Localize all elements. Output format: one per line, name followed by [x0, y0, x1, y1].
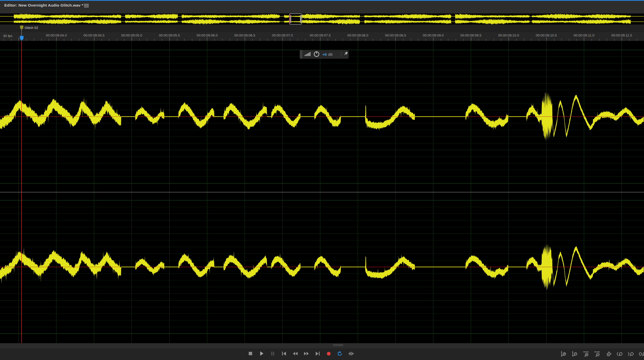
hud-gain-unit: dB — [328, 52, 333, 57]
loop-playback-button[interactable] — [336, 350, 343, 357]
ruler-tick — [426, 39, 426, 41]
panel-bottom-strip — [0, 343, 644, 349]
ruler-timecode-label: 00:00:09:07.5 — [310, 33, 331, 37]
waveform-display[interactable] — [0, 41, 644, 343]
zoom-to-selection-button[interactable] — [638, 350, 644, 357]
ruler-timecode-label: 00:00:09:06.0 — [197, 33, 218, 37]
ruler-tick — [169, 37, 170, 41]
overview-navigator-strip[interactable] — [0, 13, 644, 25]
ruler-tick — [275, 39, 275, 41]
ruler-tick — [343, 39, 343, 41]
volume-hud: +0 dB — [300, 50, 349, 59]
ruler-tick — [599, 39, 599, 41]
ruler-tick — [494, 39, 494, 41]
fps-label: 30 fps — [3, 34, 12, 38]
zoom-in-time-button[interactable] — [582, 350, 589, 357]
ruler-tick — [328, 39, 328, 41]
ruler-tick — [245, 37, 245, 41]
knob-icon[interactable] — [313, 51, 320, 58]
ruler-tick — [622, 37, 622, 41]
ruler-tick — [222, 39, 222, 41]
ruler-tick — [177, 39, 177, 41]
ruler-tick — [403, 39, 403, 41]
editor-title-bar: Editor: New Overnight Audio Glitch.wav * — [0, 1, 644, 13]
ruler-tick — [591, 39, 592, 41]
fast-forward-button[interactable] — [303, 350, 310, 357]
pin-icon[interactable] — [343, 51, 349, 58]
audition-editor-panel: Editor: New Overnight Audio Glitch.wav *… — [0, 0, 644, 360]
skip-to-start-button[interactable] — [281, 350, 287, 357]
ruler-tick — [388, 39, 388, 41]
ruler-timecode-label: 00:00:09:07.0 — [272, 33, 293, 37]
ruler-tick — [418, 39, 419, 41]
ruler-tick — [441, 39, 441, 41]
nav-view-box[interactable] — [289, 13, 302, 25]
transport-buttons — [247, 350, 354, 357]
editor-panel-title: Editor: New Overnight Audio Glitch.wav * — [4, 3, 83, 8]
hud-gain-value[interactable]: +0 — [322, 52, 327, 57]
ruler-tick — [373, 39, 373, 41]
panel-focus-accent-line — [0, 0, 644, 1]
ruler-tick — [298, 39, 298, 41]
ruler-timecode-label: 00:00:09:09.0 — [423, 33, 444, 37]
zoom-out-full-button[interactable] — [605, 350, 612, 357]
hud-drag-grip[interactable] — [300, 50, 302, 59]
zoom-in-at-out-point-button[interactable] — [627, 350, 634, 357]
zoom-out-amplitude-button[interactable] — [571, 350, 578, 357]
nav-view-box-left-handle[interactable] — [290, 15, 291, 23]
ruler-tick — [117, 39, 117, 41]
ruler-tick — [478, 39, 479, 41]
playhead-handle[interactable] — [20, 36, 24, 42]
ruler-tick — [312, 39, 313, 41]
ruler-tick — [132, 37, 132, 41]
play-button[interactable] — [258, 350, 265, 357]
ruler-tick — [524, 39, 524, 41]
ruler-tick — [607, 39, 607, 41]
record-button[interactable] — [325, 350, 332, 357]
skip-to-end-button[interactable] — [314, 350, 321, 357]
ruler-tick — [94, 37, 94, 41]
ruler-tick — [86, 39, 87, 41]
ruler-tick — [139, 39, 140, 41]
marker-label: Glitch 02 — [25, 26, 38, 30]
timeline-ruler[interactable]: 30 fps 00:00:09:04.000:00:09:04.500:00:0… — [0, 32, 644, 41]
ruler-tick — [456, 39, 456, 41]
zoom-in-amplitude-button[interactable] — [560, 350, 567, 357]
ruler-timecode-label: 00:00:09:04.0 — [46, 33, 67, 37]
ruler-tick — [577, 39, 577, 41]
ruler-timecode-label: 00:00:09:08.0 — [347, 33, 369, 37]
stop-button[interactable] — [247, 350, 254, 357]
volume-bars-icon — [304, 51, 311, 58]
ruler-tick — [539, 39, 539, 41]
ruler-tick — [41, 39, 42, 41]
ruler-tick — [471, 37, 471, 41]
zoom-in-at-in-point-button[interactable] — [616, 350, 623, 357]
ruler-timecode-label: 00:00:09:10.0 — [498, 33, 519, 37]
overview-waveform-lane — [0, 19, 644, 25]
ruler-tick — [637, 39, 637, 41]
rewind-button[interactable] — [292, 350, 299, 357]
ruler-tick — [516, 39, 516, 41]
ruler-tick — [215, 39, 215, 41]
ruler-timecode-label: 00:00:09:08.5 — [385, 33, 406, 37]
ruler-timecode-label: 00:00:09:06.5 — [234, 33, 255, 37]
ruler-timecode-label: 00:00:09:05.5 — [159, 33, 180, 37]
panel-resize-grip[interactable] — [333, 344, 343, 346]
ruler-tick — [11, 39, 11, 41]
pause-button[interactable] — [269, 350, 276, 357]
ruler-tick — [335, 39, 336, 41]
overview-waveform — [0, 13, 644, 25]
ruler-tick — [350, 39, 351, 41]
ruler-timecode-label: 00:00:09:09.5 — [460, 33, 481, 37]
ruler-tick — [433, 37, 433, 41]
hud-divider — [341, 52, 341, 57]
skip-selection-button[interactable] — [347, 350, 354, 357]
zoom-out-time-button[interactable] — [594, 350, 600, 357]
ruler-tick — [49, 39, 49, 41]
ruler-tick — [463, 39, 464, 41]
panel-menu-icon[interactable] — [84, 3, 89, 8]
ruler-timecode-label: 00:00:09:04.5 — [83, 33, 105, 37]
nav-view-box-right-handle[interactable] — [300, 15, 301, 23]
ruler-tick — [380, 39, 381, 41]
marker-playhead-connector — [21, 30, 22, 36]
